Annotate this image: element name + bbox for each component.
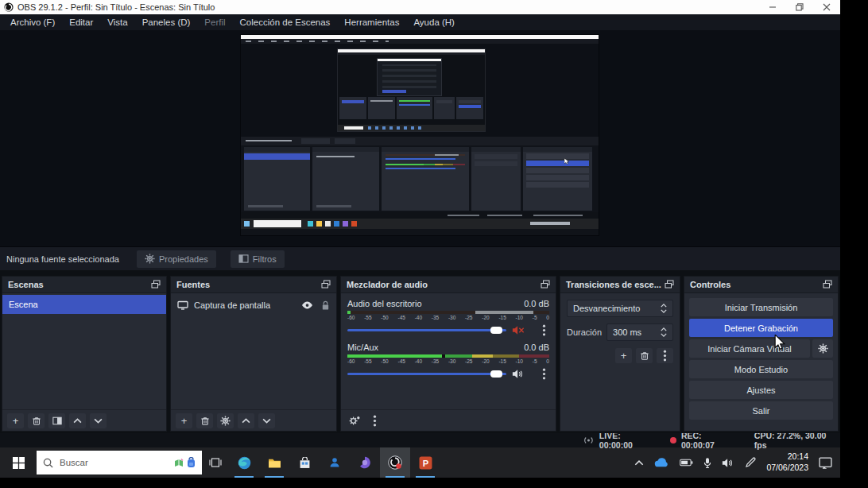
source-list-item[interactable]: Captura de pantalla	[171, 295, 336, 316]
menu-ayuda[interactable]: Ayuda (H)	[406, 17, 462, 27]
popout-icon[interactable]	[823, 280, 832, 289]
channel-db: 0.0 dB	[524, 343, 549, 352]
channel-name: Audio del escritorio	[347, 299, 422, 308]
add-transition-button[interactable]: +	[615, 348, 632, 363]
sources-panel-title: Fuentes	[176, 280, 210, 289]
taskbar-obs-button[interactable]	[380, 447, 410, 478]
taskbar-clock[interactable]: 20:14 07/06/2023	[766, 451, 808, 473]
volume-meter	[347, 311, 549, 314]
task-view-button[interactable]	[202, 447, 229, 478]
move-scene-up-button[interactable]	[69, 413, 86, 428]
start-button[interactable]	[0, 447, 37, 478]
visibility-eye-icon[interactable]	[301, 301, 313, 309]
taskbar-edge-button[interactable]	[229, 447, 259, 478]
mixer-menu-dots-button[interactable]	[366, 413, 383, 428]
taskbar-store-button[interactable]	[289, 447, 320, 478]
restore-button[interactable]	[786, 0, 813, 14]
obs-taskbar-icon	[388, 455, 402, 470]
channel-db: 0.0 dB	[524, 299, 549, 308]
taskbar-people-button[interactable]	[320, 447, 350, 478]
remove-scene-button[interactable]	[28, 413, 45, 428]
volume-slider[interactable]	[347, 373, 506, 375]
popout-icon[interactable]	[541, 280, 550, 289]
start-streaming-button[interactable]: Iniciar Transmisión	[689, 298, 833, 316]
start-virtual-camera-button[interactable]: Iniciar Cámara Virtual	[689, 339, 810, 358]
move-scene-down-button[interactable]	[90, 413, 107, 428]
file-explorer-icon	[268, 457, 281, 469]
menu-editar[interactable]: Editar	[62, 17, 100, 27]
duration-spinner[interactable]: 300 ms	[606, 323, 673, 341]
exit-button[interactable]: Salir	[689, 401, 833, 420]
move-source-down-button[interactable]	[258, 413, 275, 428]
sources-panel: Fuentes Captura de pantalla +	[170, 276, 337, 432]
preview-canvas[interactable]	[241, 35, 599, 235]
no-source-selected-label: Ninguna fuente seleccionada	[6, 254, 127, 264]
clock-time: 20:14	[766, 451, 808, 463]
menu-herramientas[interactable]: Herramientas	[337, 17, 406, 27]
taskbar-purple-app-button[interactable]	[350, 447, 380, 478]
dock-panels: Escenas Escena + Fuentes Captura de pant…	[0, 270, 840, 433]
preview-mini-window-level3	[378, 59, 441, 95]
db-scale: -60-55-50-45-40-35-30-25-20-15-10-50	[347, 315, 549, 320]
menu-vista[interactable]: Vista	[100, 17, 134, 27]
window-title: OBS 29.1.2 - Perfil: Sin Título - Escena…	[17, 2, 215, 12]
search-placeholder: Buscar	[60, 458, 88, 467]
popout-icon[interactable]	[665, 280, 674, 289]
lock-icon[interactable]	[321, 300, 330, 311]
action-center-icon[interactable]	[819, 457, 832, 469]
add-scene-button[interactable]: +	[7, 413, 24, 428]
gear-icon	[145, 254, 155, 264]
volume-tray-icon[interactable]	[722, 458, 734, 468]
volume-meter	[347, 354, 549, 358]
studio-mode-button[interactable]: Modo Estudio	[689, 360, 833, 378]
obs-logo-icon	[4, 2, 14, 12]
taskbar-explorer-button[interactable]	[259, 447, 289, 478]
scene-filters-button[interactable]	[48, 413, 65, 428]
remove-source-button[interactable]	[196, 413, 213, 428]
minimize-button[interactable]	[759, 0, 786, 14]
source-properties-button[interactable]	[217, 413, 234, 428]
speaker-icon[interactable]	[512, 369, 525, 379]
windows-ink-pen-icon[interactable]	[745, 457, 756, 468]
volume-slider[interactable]	[347, 329, 506, 331]
menu-archivo[interactable]: Archivo (F)	[3, 17, 62, 27]
scene-list-item[interactable]: Escena	[2, 295, 166, 314]
add-source-button[interactable]: +	[176, 413, 192, 428]
onedrive-icon[interactable]	[654, 458, 669, 467]
battery-icon[interactable]	[680, 459, 693, 467]
edge-icon	[238, 456, 251, 470]
virtual-camera-settings-button[interactable]	[812, 339, 833, 358]
menu-coleccion-escenas[interactable]: Colección de Escenas	[233, 17, 338, 27]
close-button[interactable]	[813, 0, 840, 14]
remove-transition-button[interactable]	[636, 348, 653, 363]
svg-text:P: P	[422, 458, 428, 467]
menu-paneles[interactable]: Paneles (D)	[135, 17, 198, 27]
tray-expand-chevron-icon[interactable]	[634, 460, 644, 466]
recording-dot-icon	[670, 437, 676, 443]
spinner-chevrons-icon[interactable]	[661, 327, 667, 337]
menu-perfil[interactable]: Perfil	[197, 17, 232, 27]
filters-button[interactable]: Filtros	[231, 250, 285, 268]
scenes-panel-title: Escenas	[8, 280, 44, 289]
properties-button[interactable]: Propiedades	[137, 250, 216, 268]
display-capture-icon	[177, 300, 188, 310]
transition-select[interactable]: Desvanecimiento	[567, 300, 673, 317]
taskbar-powerpoint-button[interactable]: P	[410, 447, 440, 478]
microphone-icon[interactable]	[703, 457, 711, 469]
taskbar-search-box[interactable]: Buscar	[37, 451, 202, 474]
transition-menu-dots-button[interactable]	[657, 348, 673, 363]
duration-label: Duración	[567, 327, 602, 337]
popout-icon[interactable]	[321, 280, 331, 289]
advanced-audio-button[interactable]	[346, 413, 362, 428]
audio-mixer-panel: Mezclador de audio Audio del escritorio0…	[340, 276, 556, 432]
channel-menu-dots-icon[interactable]	[542, 324, 546, 336]
channel-menu-dots-icon[interactable]	[542, 368, 546, 380]
move-source-up-button[interactable]	[238, 413, 254, 428]
db-scale: -60-55-50-45-40-35-30-25-20-15-10-50	[347, 358, 549, 364]
stop-recording-button[interactable]: Detener Grabación	[689, 319, 833, 337]
muted-speaker-icon[interactable]	[512, 325, 525, 335]
windows-taskbar: Buscar P	[0, 447, 840, 478]
settings-button[interactable]: Ajustes	[689, 381, 833, 399]
clock-date: 07/06/2023	[766, 463, 808, 474]
popout-icon[interactable]	[151, 280, 161, 289]
